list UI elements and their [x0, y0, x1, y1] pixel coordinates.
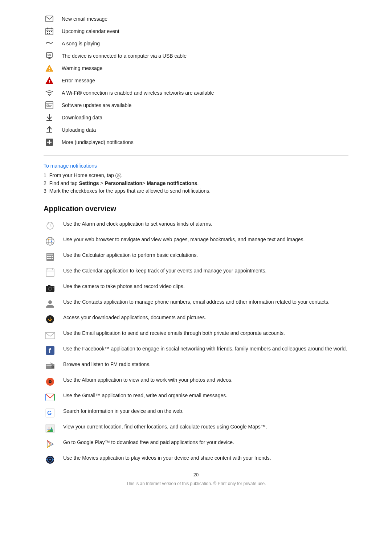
notif-text-music: A song is playing [62, 41, 100, 46]
notif-row-more: More (undisplayed) notifications [44, 138, 348, 147]
notif-text-email: New email message [62, 16, 107, 22]
error-icon [44, 76, 55, 85]
svg-rect-26 [49, 106, 51, 107]
album-icon [44, 377, 57, 387]
step-1-text: From your Home screen, tap ⊕. [49, 172, 123, 178]
app-row-google-search: G Search for information in your device … [44, 407, 348, 418]
svg-line-71 [50, 363, 53, 364]
svg-rect-0 [46, 16, 53, 22]
footer-note: This is an Internet version of this publ… [44, 481, 348, 486]
usb-icon [44, 52, 55, 60]
section-divider [44, 155, 348, 156]
app-row-google-play: Go to Google Play™ to download free and … [44, 439, 348, 449]
svg-point-62 [48, 300, 52, 304]
app-row-calendar: Use the Calendar application to keep tra… [44, 267, 348, 278]
app-list: Use the Alarm and clock application to s… [44, 220, 348, 465]
notif-text-more: More (undisplayed) notifications [62, 139, 134, 145]
calendar-app-icon [44, 267, 57, 278]
app-row-movies: Use the Movies application to play video… [44, 454, 348, 465]
app-text-gmail: Use the Gmail™ application to read, writ… [63, 392, 227, 399]
wifi-icon [44, 89, 55, 97]
app-row-email: Use the Email application to send and re… [44, 329, 348, 340]
app-row-facebook: f Use the Facebook™ application to engag… [44, 345, 348, 356]
notif-row-download: Downloading data [44, 113, 348, 122]
notif-text-warning: Warning message [62, 65, 102, 71]
app-overview-section: Application overview Use the Alarm and c… [44, 205, 348, 465]
app-text-alarm: Use the Alarm and clock application to s… [63, 220, 212, 228]
svg-rect-7 [51, 31, 52, 32]
warning-icon [44, 64, 55, 73]
svg-point-44 [51, 241, 52, 242]
download-icon [44, 113, 55, 122]
app-row-downloads: Access your downloaded applications, doc… [44, 314, 348, 324]
google-play-icon [44, 439, 57, 449]
svg-rect-10 [46, 53, 52, 57]
svg-rect-65 [45, 332, 55, 339]
email-app-icon [44, 330, 57, 340]
notif-row-wifi: A Wi-Fi® connection is enabled and wirel… [44, 89, 348, 97]
notif-text-upload: Uploading data [62, 127, 96, 133]
svg-point-59 [49, 288, 51, 290]
update-icon [44, 101, 55, 110]
app-text-google-search: Search for information in your device an… [63, 407, 184, 415]
notif-text-error: Error message [62, 78, 95, 83]
step-1: 1 From your Home screen, tap ⊕. [44, 172, 348, 178]
svg-rect-12 [50, 54, 51, 56]
app-overview-title: Application overview [44, 205, 348, 213]
app-text-downloads: Access your downloaded applications, doc… [63, 314, 206, 321]
svg-rect-5 [47, 31, 48, 32]
app-row-album: Use the Album application to view and to… [44, 376, 348, 387]
facebook-icon: f [44, 345, 57, 356]
alarm-icon [44, 221, 57, 231]
svg-point-20 [49, 82, 50, 83]
notif-text-update: Software updates are available [62, 102, 131, 108]
app-text-album: Use the Album application to view and to… [63, 376, 233, 384]
notif-row-error: Error message [44, 76, 348, 85]
app-row-alarm: Use the Alarm and clock application to s… [44, 220, 348, 231]
downloads-icon [44, 314, 57, 324]
app-row-browser: Use your web browser to navigate and vie… [44, 236, 348, 246]
app-text-contacts: Use the Contacts application to manage p… [63, 298, 330, 306]
page-number: 20 [44, 472, 348, 477]
step-2-num: 2 [44, 180, 46, 186]
svg-point-70 [52, 366, 54, 368]
svg-rect-8 [47, 33, 48, 34]
notification-list: New email message Upcoming calendar even… [44, 15, 348, 147]
svg-rect-46 [47, 254, 53, 255]
app-text-calendar: Use the Calendar application to keep tra… [63, 267, 266, 275]
gmail-icon [44, 392, 57, 402]
svg-rect-47 [47, 256, 49, 257]
email-icon [44, 15, 55, 23]
notif-text-calendar: Upcoming calendar event [62, 28, 119, 34]
browser-icon [44, 236, 57, 246]
svg-point-74 [50, 381, 51, 382]
fm-radio-icon [44, 361, 57, 371]
svg-rect-24 [47, 105, 49, 106]
svg-rect-49 [52, 256, 53, 257]
app-text-fm-radio: Browse and listen to FM radio stations. [63, 361, 151, 368]
manage-notifications-heading: To manage notifications [44, 163, 348, 169]
app-row-google-maps: View your current location, find other l… [44, 423, 348, 434]
upload-icon [44, 126, 55, 134]
svg-point-17 [49, 70, 50, 71]
steps-list: 1 From your Home screen, tap ⊕. 2 Find a… [44, 172, 348, 194]
notif-row-usb: The device is connected to a computer vi… [44, 52, 348, 60]
app-row-contacts: Use the Contacts application to manage p… [44, 298, 348, 309]
google-search-icon: G [44, 408, 57, 418]
more-notifications-icon [44, 138, 55, 147]
app-row-fm-radio: Browse and listen to FM radio stations. [44, 361, 348, 371]
notif-text-download: Downloading data [62, 115, 102, 120]
svg-rect-11 [48, 54, 49, 56]
svg-point-43 [48, 239, 49, 240]
step-3-num: 3 [44, 188, 46, 194]
svg-point-89 [49, 459, 51, 460]
camera-icon [44, 283, 57, 293]
svg-rect-50 [47, 258, 49, 259]
home-icon: ⊕ [115, 173, 121, 178]
notif-row-update: Software updates are available [44, 101, 348, 110]
notif-text-wifi: A Wi-Fi® connection is enabled and wirel… [62, 90, 214, 96]
calendar-icon [44, 27, 55, 36]
app-text-movies: Use the Movies application to play video… [63, 454, 271, 462]
svg-rect-69 [46, 365, 52, 366]
svg-rect-52 [52, 258, 53, 259]
